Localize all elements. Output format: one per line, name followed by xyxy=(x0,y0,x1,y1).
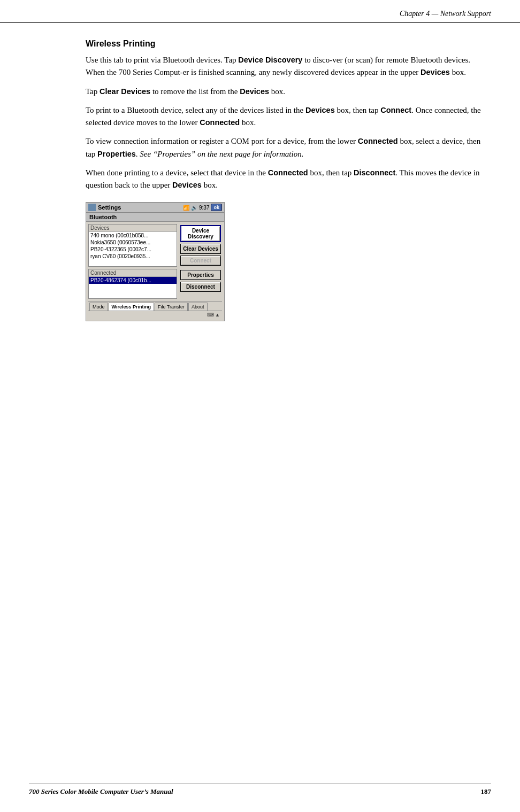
windows-icon xyxy=(88,204,96,211)
taskbar: Settings 📶 🔊 9:37 ok xyxy=(86,203,224,213)
bold-clear-devices: Clear Devices xyxy=(100,87,150,96)
device-screenshot: Settings 📶 🔊 9:37 ok Bluetooth Devices 7… xyxy=(86,202,225,321)
bold-devices-4: Devices xyxy=(172,181,202,189)
tab-bar: Mode Wireless Printing File Transfer Abo… xyxy=(88,301,222,311)
signal-icon: 📶 xyxy=(183,205,189,211)
tab-file-transfer[interactable]: File Transfer xyxy=(155,303,188,311)
bluetooth-label: Bluetooth xyxy=(86,213,224,222)
italic-see-properties: See “Properties” on the next page for in… xyxy=(140,150,303,158)
bold-device-discovery: Device Discovery xyxy=(238,56,302,64)
device-item-2[interactable]: Nokia3650 (0060573ee... xyxy=(89,239,177,246)
screenshot-bottom-bar: ⌨ ▲ xyxy=(88,311,222,319)
bold-disconnect: Disconnect xyxy=(354,168,395,177)
page-header: Chapter 4 — Network Support xyxy=(0,0,520,23)
section-title: Wireless Printing xyxy=(86,39,491,49)
page-footer: 700 Series Color Mobile Computer User’s … xyxy=(29,784,491,796)
bold-properties: Properties xyxy=(97,150,136,158)
connected-item-1[interactable]: PB20-4862374 (00c01b... xyxy=(89,277,177,284)
connected-row: Connected PB20-4862374 (00c01b... Proper… xyxy=(88,269,222,299)
footer-page-number: 187 xyxy=(481,787,492,796)
devices-row: Devices 740 mono (00c01b058... Nokia3650… xyxy=(88,224,222,267)
taskbar-left: Settings xyxy=(88,204,121,211)
tab-mode[interactable]: Mode xyxy=(89,303,108,311)
time-display: 9:37 xyxy=(199,205,209,211)
connected-section-label: Connected xyxy=(89,269,177,277)
disconnect-button[interactable]: Disconnect xyxy=(180,282,221,292)
bold-connect: Connect xyxy=(380,106,411,114)
ok-button[interactable]: ok xyxy=(211,204,222,211)
paragraph-2: Tap Clear Devices to remove the list fro… xyxy=(86,86,491,98)
volume-icon: 🔊 xyxy=(191,205,197,211)
paragraph-3: To print to a Bluetooth device, select a… xyxy=(86,104,491,129)
taskbar-right: 📶 🔊 9:37 ok xyxy=(183,204,222,211)
paragraph-5: When done printing to a device, select t… xyxy=(86,167,491,192)
devices-list[interactable]: 740 mono (00c01b058... Nokia3650 (006057… xyxy=(89,232,177,264)
bold-devices-3: Devices xyxy=(305,106,335,114)
bold-connected-2: Connected xyxy=(358,137,398,145)
paragraph-4: To view connection information or regist… xyxy=(86,135,491,160)
bold-connected-1: Connected xyxy=(200,118,240,127)
keyboard-icon: ⌨ ▲ xyxy=(207,312,220,318)
connected-list[interactable]: PB20-4862374 (00c01b... xyxy=(89,277,177,298)
chapter-title: Chapter 4 — Network Support xyxy=(400,10,491,18)
main-content: Wireless Printing Use this tab to print … xyxy=(0,23,520,366)
bold-devices-2: Devices xyxy=(240,87,269,96)
tab-wireless-printing[interactable]: Wireless Printing xyxy=(109,303,154,311)
devices-button-panel: DeviceDiscovery Clear Devices Connect xyxy=(179,224,222,267)
device-item-4[interactable]: ryan CV60 (0020e0935... xyxy=(89,253,177,260)
tab-about[interactable]: About xyxy=(188,303,208,311)
connected-button-panel: Properties Disconnect xyxy=(179,269,222,299)
devices-panel: Devices 740 mono (00c01b058... Nokia3650… xyxy=(88,224,177,267)
taskbar-title: Settings xyxy=(98,204,121,211)
bold-connected-3: Connected xyxy=(268,168,308,177)
bold-devices-1: Devices xyxy=(420,68,450,76)
device-discovery-button[interactable]: DeviceDiscovery xyxy=(180,225,221,242)
properties-button[interactable]: Properties xyxy=(180,270,221,280)
devices-section-label: Devices xyxy=(89,225,177,232)
connect-button[interactable]: Connect xyxy=(180,256,221,266)
clear-devices-button[interactable]: Clear Devices xyxy=(180,244,221,254)
connected-panel: Connected PB20-4862374 (00c01b... xyxy=(88,269,177,299)
footer-manual-title: 700 Series Color Mobile Computer User’s … xyxy=(29,787,173,796)
device-item-3[interactable]: PB20-4322365 (0002c7... xyxy=(89,246,177,253)
paragraph-1: Use this tab to print via Bluetooth devi… xyxy=(86,54,491,79)
device-item-1[interactable]: 740 mono (00c01b058... xyxy=(89,232,177,239)
screenshot-body: Devices 740 mono (00c01b058... Nokia3650… xyxy=(86,222,224,321)
